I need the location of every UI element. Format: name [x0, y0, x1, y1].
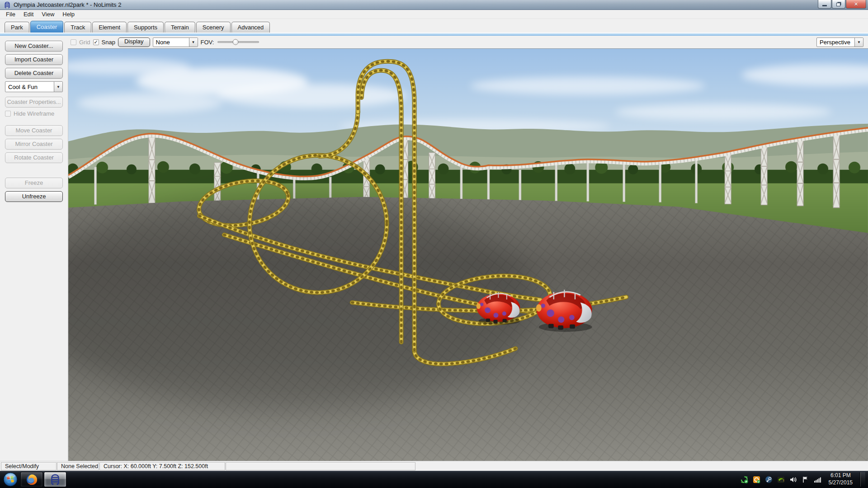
tab-supports[interactable]: Supports	[127, 22, 164, 33]
taskbar-button-firefox[interactable]	[20, 472, 43, 487]
unfreeze-button[interactable]: Unfreeze	[5, 191, 63, 202]
close-button[interactable]: ✕	[846, 0, 866, 9]
steam-icon[interactable]	[765, 476, 773, 483]
tab-element[interactable]: Element	[92, 22, 127, 33]
delete-coaster-button[interactable]: Delete Coaster	[5, 68, 63, 79]
camera-view-dropdown[interactable]: Perspective ▼	[816, 38, 863, 47]
restore-icon	[836, 3, 840, 6]
freeze-button[interactable]: Freeze	[5, 178, 63, 188]
firefox-icon	[26, 474, 38, 486]
mirror-coaster-button[interactable]: Mirror Coaster	[5, 139, 63, 150]
minimize-icon	[822, 5, 827, 6]
nolimits2-window: Olympia Jetcoaster.nl2park * - NoLimits …	[0, 0, 868, 488]
tab-accent-strip	[0, 33, 868, 36]
tab-coaster[interactable]: Coaster	[30, 21, 64, 33]
hide-wireframe-checkbox[interactable]	[5, 111, 11, 117]
move-coaster-button[interactable]: Move Coaster	[5, 125, 63, 136]
svg-text:!: !	[783, 479, 784, 483]
network-icon[interactable]	[814, 476, 821, 483]
close-icon: ✕	[854, 1, 858, 7]
action-center-flag-icon[interactable]	[802, 476, 809, 483]
display-button[interactable]: Display	[118, 38, 150, 47]
status-empty-cell	[226, 462, 415, 470]
tab-track[interactable]: Track	[64, 22, 91, 33]
hide-wireframe-row[interactable]: Hide Wireframe	[5, 110, 63, 117]
viewport-3d[interactable]: .tc{stroke:#8a751c;stroke-width:10;fill:…	[68, 48, 868, 461]
tab-advanced[interactable]: Advanced	[231, 22, 270, 33]
nvidia-icon[interactable]: !	[777, 476, 785, 483]
new-coaster-button[interactable]: New Coaster...	[5, 41, 63, 52]
snap-label: Snap	[102, 39, 115, 46]
clock-time: 6:01 PM	[829, 472, 853, 479]
status-selection: None Selected	[57, 462, 99, 470]
titlebar[interactable]: Olympia Jetcoaster.nl2park * - NoLimits …	[0, 0, 868, 10]
tab-terrain[interactable]: Terrain	[165, 22, 195, 33]
grid-label: Grid	[79, 39, 90, 46]
pavement	[68, 193, 868, 461]
fov-slider[interactable]	[217, 41, 259, 43]
menu-help[interactable]: Help	[58, 10, 79, 18]
chevron-down-icon: ▼	[54, 82, 62, 92]
status-mode: Select/Modify	[1, 462, 57, 470]
camera-view-value: Perspective	[817, 39, 854, 46]
restore-button[interactable]	[832, 0, 845, 9]
updater-icon[interactable]	[753, 476, 760, 483]
window-title: Olympia Jetcoaster.nl2park * - NoLimits …	[14, 1, 121, 8]
taskbar-glass-reflection	[258, 471, 504, 488]
windows-start-icon	[3, 472, 18, 487]
nolimits2-app-icon	[4, 1, 11, 9]
tab-park[interactable]: Park	[5, 22, 29, 33]
menu-file[interactable]: File	[2, 10, 19, 18]
volume-icon[interactable]	[789, 476, 797, 483]
menu-view[interactable]: View	[38, 10, 58, 18]
taskbar-button-nolimits2[interactable]	[44, 472, 66, 487]
coaster-properties-button[interactable]: Coaster Properties...	[5, 97, 63, 108]
grid-checkbox[interactable]	[71, 39, 76, 45]
taskbar-clock[interactable]: 6:01 PM 5/27/2015	[826, 472, 855, 486]
viewport-toolbar: Grid ✓ Snap Display None ▼ FOV: Perspect…	[68, 36, 868, 48]
fov-slider-thumb[interactable]	[233, 39, 239, 45]
viewport-3d-scene: .tc{stroke:#8a751c;stroke-width:10;fill:…	[68, 49, 868, 461]
tab-scenery[interactable]: Scenery	[196, 22, 231, 33]
display-style-dropdown[interactable]: None ▼	[153, 38, 198, 47]
chevron-down-icon: ▼	[854, 38, 863, 47]
chevron-down-icon: ▼	[189, 38, 198, 47]
coaster-style-dropdown[interactable]: Cool & Fun ▼	[5, 81, 63, 92]
display-style-value: None	[153, 39, 189, 46]
status-bar: Select/Modify None Selected Cursor: X: 6…	[0, 461, 868, 471]
status-cursor-coordinates: Cursor: X: 60.000ft Y: 7.500ft Z: 152.50…	[99, 462, 225, 470]
nolimits2-icon	[49, 474, 61, 485]
system-tray: !	[741, 472, 868, 486]
sync-icon[interactable]	[741, 476, 748, 483]
show-desktop-button[interactable]	[860, 472, 865, 486]
snap-checkbox[interactable]: ✓	[93, 39, 99, 45]
clock-date: 5/27/2015	[829, 479, 853, 487]
coaster-style-value: Cool & Fun	[5, 84, 54, 90]
start-button[interactable]	[1, 471, 20, 488]
minimize-button[interactable]	[818, 0, 831, 9]
hide-wireframe-label: Hide Wireframe	[14, 110, 54, 117]
menubar: File Edit View Help	[0, 10, 868, 19]
tab-bar: Park Coaster Track Element Supports Terr…	[0, 19, 868, 33]
rotate-coaster-button[interactable]: Rotate Coaster	[5, 152, 63, 163]
menu-edit[interactable]: Edit	[19, 10, 38, 18]
import-coaster-button[interactable]: Import Coaster	[5, 54, 63, 65]
taskbar: !	[0, 471, 868, 488]
coaster-sidebar: New Coaster... Import Coaster Delete Coa…	[0, 36, 68, 461]
fov-label: FOV:	[201, 39, 214, 46]
